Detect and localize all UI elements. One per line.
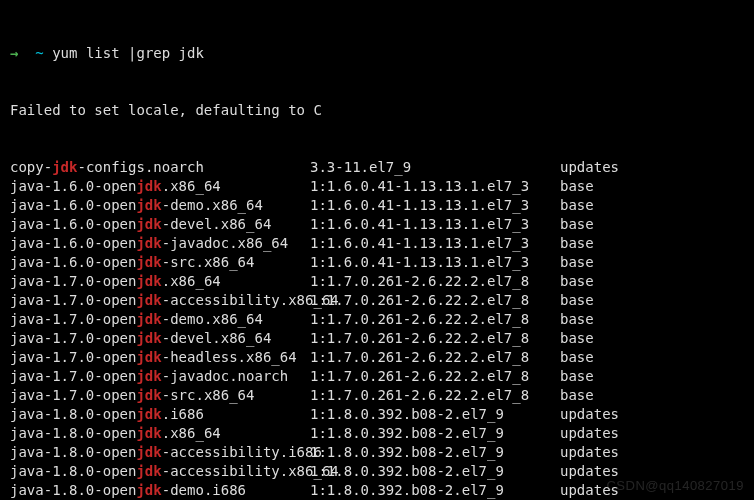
- grep-match: jdk: [136, 178, 161, 194]
- package-repo: base: [560, 177, 594, 196]
- grep-match: jdk: [136, 216, 161, 232]
- output-rows: copy-jdk-configs.noarch3.3-11.el7_9updat…: [10, 158, 744, 500]
- grep-match: jdk: [136, 444, 161, 460]
- package-prefix: java-1.7.0-open: [10, 368, 136, 384]
- output-row: java-1.6.0-openjdk-src.x86_641:1.6.0.41-…: [10, 253, 744, 272]
- package-name: copy-jdk-configs.noarch: [10, 158, 310, 177]
- package-version: 1:1.7.0.261-2.6.22.2.el7_8: [310, 291, 560, 310]
- package-repo: base: [560, 272, 594, 291]
- grep-match: jdk: [136, 368, 161, 384]
- package-suffix: -accessibility.i686: [162, 444, 322, 460]
- package-repo: base: [560, 291, 594, 310]
- package-repo: base: [560, 253, 594, 272]
- grep-match: jdk: [136, 292, 161, 308]
- grep-match: jdk: [136, 387, 161, 403]
- output-row: copy-jdk-configs.noarch3.3-11.el7_9updat…: [10, 158, 744, 177]
- package-name: java-1.8.0-openjdk-accessibility.i686: [10, 443, 310, 462]
- package-version: 1:1.6.0.41-1.13.13.1.el7_3: [310, 253, 560, 272]
- package-suffix: -demo.x86_64: [162, 311, 263, 327]
- package-prefix: java-1.7.0-open: [10, 311, 136, 327]
- warning-line: Failed to set locale, defaulting to C: [10, 101, 744, 120]
- package-name: java-1.8.0-openjdk-demo.i686: [10, 481, 310, 500]
- output-row: java-1.7.0-openjdk-demo.x86_641:1.7.0.26…: [10, 310, 744, 329]
- package-name: java-1.8.0-openjdk.x86_64: [10, 424, 310, 443]
- package-name: java-1.8.0-openjdk-accessibility.x86_64: [10, 462, 310, 481]
- prompt-arrow-icon: →: [10, 45, 18, 61]
- package-repo: base: [560, 234, 594, 253]
- output-row: java-1.8.0-openjdk-accessibility.i6861:1…: [10, 443, 744, 462]
- package-version: 1:1.6.0.41-1.13.13.1.el7_3: [310, 196, 560, 215]
- package-name: java-1.6.0-openjdk-javadoc.x86_64: [10, 234, 310, 253]
- grep-match: jdk: [136, 273, 161, 289]
- grep-match: jdk: [136, 406, 161, 422]
- prompt-path: ~: [35, 45, 43, 61]
- output-row: java-1.7.0-openjdk-headless.x86_641:1.7.…: [10, 348, 744, 367]
- package-prefix: java-1.6.0-open: [10, 178, 136, 194]
- package-suffix: .i686: [162, 406, 204, 422]
- package-repo: updates: [560, 158, 619, 177]
- output-row: java-1.7.0-openjdk-src.x86_641:1.7.0.261…: [10, 386, 744, 405]
- grep-match: jdk: [136, 349, 161, 365]
- package-prefix: java-1.8.0-open: [10, 482, 136, 498]
- output-row: java-1.7.0-openjdk-accessibility.x86_641…: [10, 291, 744, 310]
- package-repo: base: [560, 196, 594, 215]
- package-suffix: -devel.x86_64: [162, 216, 272, 232]
- grep-match: jdk: [136, 463, 161, 479]
- command-text: yum list |grep jdk: [52, 45, 204, 61]
- package-version: 1:1.7.0.261-2.6.22.2.el7_8: [310, 310, 560, 329]
- package-prefix: java-1.7.0-open: [10, 349, 136, 365]
- package-repo: updates: [560, 424, 619, 443]
- grep-match: jdk: [136, 197, 161, 213]
- package-repo: updates: [560, 405, 619, 424]
- package-suffix: -javadoc.noarch: [162, 368, 288, 384]
- package-suffix: -javadoc.x86_64: [162, 235, 288, 251]
- package-prefix: java-1.8.0-open: [10, 444, 136, 460]
- output-row: java-1.6.0-openjdk-demo.x86_641:1.6.0.41…: [10, 196, 744, 215]
- package-name: java-1.7.0-openjdk-accessibility.x86_64: [10, 291, 310, 310]
- package-repo: base: [560, 215, 594, 234]
- grep-match: jdk: [136, 254, 161, 270]
- package-version: 3.3-11.el7_9: [310, 158, 560, 177]
- package-name: java-1.6.0-openjdk.x86_64: [10, 177, 310, 196]
- output-row: java-1.6.0-openjdk.x86_641:1.6.0.41-1.13…: [10, 177, 744, 196]
- package-prefix: java-1.7.0-open: [10, 292, 136, 308]
- package-repo: base: [560, 310, 594, 329]
- package-repo: base: [560, 367, 594, 386]
- package-name: java-1.6.0-openjdk-devel.x86_64: [10, 215, 310, 234]
- package-version: 1:1.8.0.392.b08-2.el7_9: [310, 462, 560, 481]
- package-name: java-1.6.0-openjdk-src.x86_64: [10, 253, 310, 272]
- package-version: 1:1.8.0.392.b08-2.el7_9: [310, 481, 560, 500]
- package-suffix: -configs.noarch: [77, 159, 203, 175]
- package-version: 1:1.6.0.41-1.13.13.1.el7_3: [310, 215, 560, 234]
- package-name: java-1.7.0-openjdk-devel.x86_64: [10, 329, 310, 348]
- output-row: java-1.7.0-openjdk-javadoc.noarch1:1.7.0…: [10, 367, 744, 386]
- watermark: CSDN@qq140827019: [606, 476, 744, 495]
- package-prefix: copy-: [10, 159, 52, 175]
- package-prefix: java-1.8.0-open: [10, 406, 136, 422]
- package-version: 1:1.7.0.261-2.6.22.2.el7_8: [310, 329, 560, 348]
- package-name: java-1.7.0-openjdk-demo.x86_64: [10, 310, 310, 329]
- package-prefix: java-1.7.0-open: [10, 330, 136, 346]
- package-version: 1:1.8.0.392.b08-2.el7_9: [310, 443, 560, 462]
- grep-match: jdk: [52, 159, 77, 175]
- terminal[interactable]: → ~ yum list |grep jdk Failed to set loc…: [0, 0, 754, 500]
- package-version: 1:1.7.0.261-2.6.22.2.el7_8: [310, 367, 560, 386]
- package-version: 1:1.7.0.261-2.6.22.2.el7_8: [310, 272, 560, 291]
- grep-match: jdk: [136, 425, 161, 441]
- package-name: java-1.7.0-openjdk-javadoc.noarch: [10, 367, 310, 386]
- output-row: java-1.6.0-openjdk-javadoc.x86_641:1.6.0…: [10, 234, 744, 253]
- output-row: java-1.7.0-openjdk.x86_641:1.7.0.261-2.6…: [10, 272, 744, 291]
- package-prefix: java-1.8.0-open: [10, 425, 136, 441]
- package-suffix: .x86_64: [162, 178, 221, 194]
- grep-match: jdk: [136, 330, 161, 346]
- package-repo: updates: [560, 443, 619, 462]
- package-version: 1:1.7.0.261-2.6.22.2.el7_8: [310, 348, 560, 367]
- package-suffix: -headless.x86_64: [162, 349, 297, 365]
- package-suffix: .x86_64: [162, 273, 221, 289]
- package-suffix: .x86_64: [162, 425, 221, 441]
- package-name: java-1.8.0-openjdk.i686: [10, 405, 310, 424]
- package-repo: base: [560, 386, 594, 405]
- package-prefix: java-1.8.0-open: [10, 463, 136, 479]
- prompt-line: → ~ yum list |grep jdk: [10, 44, 744, 63]
- grep-match: jdk: [136, 482, 161, 498]
